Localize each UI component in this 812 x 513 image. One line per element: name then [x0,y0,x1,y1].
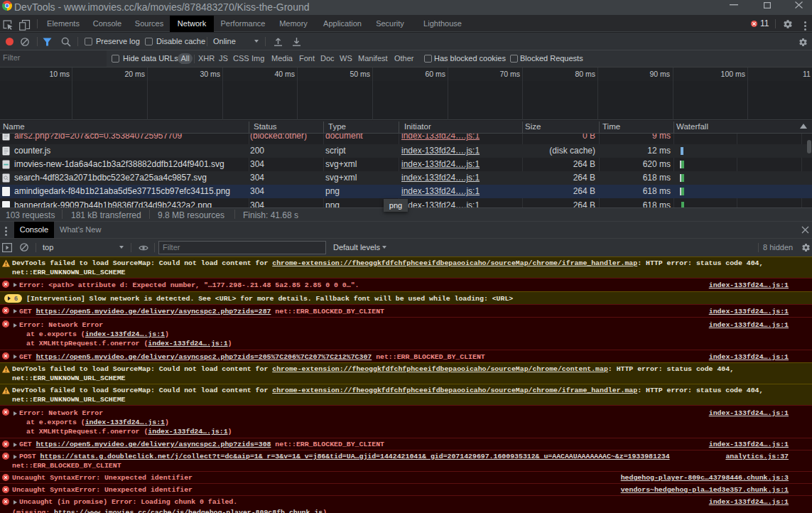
window-minimize-button[interactable] [730,4,738,6]
clear-network-log-icon[interactable] [21,38,29,46]
console-message-error[interactable]: GET https://open5.myvideo.ge/delivery/as… [0,350,812,362]
drawer-tab-console[interactable]: Console [14,222,54,238]
console-link[interactable]: https://www.imovies.cc/cache/js/hedgehog… [54,509,323,513]
repeat-count-badge[interactable]: 6 [4,294,22,303]
initiator-link[interactable]: index-133fd24….js:1 [401,199,480,207]
network-overview-timeline[interactable]: 10 ms 20 ms 30 ms 40 ms 50 ms 60 ms 70 m… [0,68,812,120]
filter-pill-xhr[interactable]: XHR [198,53,215,64]
console-message-warning[interactable]: DevTools failed to load SourceMap: Could… [0,256,812,278]
console-link[interactable]: index-133fd24….js:1 [148,340,227,347]
column-header-initiator[interactable]: Initiator [404,122,431,131]
console-link[interactable]: index-133fd24….js:1 [85,418,165,426]
console-message-intervention[interactable]: 6 [Intervention] Slow network is detecte… [0,291,812,304]
tab-security[interactable]: Security [372,16,408,31]
table-row[interactable]: airs2.php?zid=207&cb=0.353840725957709 (… [0,134,812,143]
column-header-name[interactable]: Name [3,122,25,131]
console-source-link[interactable]: index-133fd24….js:1 [709,307,789,316]
throttling-select[interactable]: Online [213,37,236,45]
initiator-link[interactable]: index-133fd24….js:1 [401,185,480,198]
console-link[interactable]: https://open5.myvideo.ge/delivery/asyncs… [36,353,372,361]
initiator-link[interactable]: index-133fd24….js:1 [401,158,480,171]
tab-memory[interactable]: Memory [276,16,311,31]
drawer-tab-whats-new[interactable]: What's New [60,222,101,238]
filter-pill-ws[interactable]: WS [340,53,352,64]
console-link[interactable]: https://stats.g.doubleclick.net/j/collec… [40,453,670,460]
blocked-requests-checkbox[interactable] [510,55,518,63]
filter-pill-other[interactable]: Other [394,53,414,64]
filter-pill-img[interactable]: Img [251,53,264,64]
tab-application[interactable]: Application [319,16,366,31]
console-link[interactable]: chrome-extension://fheoggkfdfchfphceeifd… [272,259,637,267]
expand-arrow-icon[interactable] [13,323,17,328]
console-source-link[interactable]: index-133fd24….js:1 [709,281,789,290]
disable-cache-label[interactable]: Disable cache [156,37,205,45]
console-link[interactable]: https://open5.myvideo.ge/delivery/asyncs… [36,308,271,315]
expand-arrow-icon[interactable] [13,309,17,313]
drawer-kebab-icon[interactable] [5,225,7,237]
eye-icon[interactable] [139,244,148,252]
table-row[interactable]: imovies-new-1da6a4ac1b3a2f38882ddfb12d4f… [0,158,812,171]
initiator-link[interactable]: index-133fd24….js:1 [401,171,480,185]
window-maximize-button[interactable] [764,2,771,9]
export-har-icon[interactable] [292,38,301,46]
network-settings-gear-icon[interactable] [799,38,808,47]
console-message-error[interactable]: Error: <path> attribute d: Expected numb… [0,278,812,291]
filter-pill-doc[interactable]: Doc [320,53,335,64]
hide-data-urls-checkbox[interactable] [112,55,119,63]
console-sidebar-toggle-icon[interactable] [2,243,12,252]
initiator-link[interactable]: index-133fd24….js:1 [401,144,480,158]
console-link[interactable]: chrome-extension://fheoggkfdfchfphceeifd… [272,387,637,394]
tab-performance[interactable]: Performance [217,16,269,31]
hide-data-urls-label[interactable]: Hide data URLs [123,54,178,63]
console-link[interactable]: chrome-extension://fheoggkfdfchfphceeifd… [272,365,608,373]
console-message-error[interactable]: GET https://open5.myvideo.ge/delivery/as… [0,304,812,317]
console-source-link[interactable]: index-133fd24….js:1 [709,497,789,507]
more-options-kebab-icon[interactable] [804,20,806,32]
record-button[interactable] [6,38,13,45]
console-source-link[interactable]: index-133fd24….js:1 [709,409,789,418]
filter-pill-media[interactable]: Media [271,53,293,64]
filter-toggle-icon[interactable] [43,38,52,46]
console-message-error[interactable]: GET https://open5.myvideo.ge/delivery/as… [0,438,812,450]
table-row[interactable]: counter.js 200 script index-133fd24….js:… [0,144,812,158]
column-header-time[interactable]: Time [602,122,620,131]
import-har-icon[interactable] [274,38,283,46]
expand-arrow-icon[interactable] [13,500,17,504]
disable-cache-checkbox[interactable] [145,38,153,45]
has-blocked-cookies-checkbox[interactable] [424,55,432,63]
console-message-error[interactable]: Error: Network Error at e.exports (index… [0,317,812,350]
console-message-error[interactable]: POST https://stats.g.doubleclick.net/j/c… [0,450,812,471]
filter-pill-font[interactable]: Font [299,53,315,64]
device-toolbar-icon[interactable] [19,20,31,31]
expand-arrow-icon[interactable] [13,411,17,416]
has-blocked-cookies-label[interactable]: Has blocked cookies [434,54,506,63]
preserve-log-label[interactable]: Preserve log [96,37,140,45]
expand-arrow-icon[interactable] [13,283,17,287]
console-source-link[interactable]: analytics.js:37 [725,452,789,461]
console-settings-gear-icon[interactable] [801,243,811,252]
tab-lighthouse[interactable]: Lighthouse [419,16,466,31]
hidden-messages-count[interactable]: 8 hidden [763,243,793,252]
console-filter-input[interactable] [158,241,326,254]
tab-sources[interactable]: Sources [132,16,166,31]
console-message-error[interactable]: Uncaught SyntaxError: Unexpected identif… [0,483,812,495]
expand-arrow-icon[interactable] [13,355,17,359]
tab-console[interactable]: Console [89,16,126,31]
preserve-log-checkbox[interactable] [85,38,92,45]
filter-pill-js[interactable]: JS [219,53,228,64]
console-source-link[interactable]: index-133fd24….js:1 [709,352,789,362]
blocked-requests-label[interactable]: Blocked Requests [520,54,583,63]
expand-arrow-icon[interactable] [13,455,17,459]
inspect-element-icon[interactable] [3,20,13,31]
table-row[interactable]: search-4df823a2071bdbc523e27a25aa4c9857.… [0,171,812,185]
console-source-link[interactable]: index-133fd24….js:1 [709,440,789,449]
filter-pill-manifest[interactable]: Manifest [358,53,388,64]
console-message-warning[interactable]: DevTools failed to load SourceMap: Could… [0,362,812,384]
drawer-close-icon[interactable] [801,226,809,234]
console-link[interactable]: https://open5.myvideo.ge/delivery/asyncs… [36,441,271,448]
settings-gear-icon[interactable] [783,19,793,29]
column-header-waterfall[interactable]: Waterfall [676,122,708,131]
console-source-link[interactable]: hedgehog-player-809c…43798446.chunk.js:3 [621,473,789,482]
clear-console-icon[interactable] [20,243,28,252]
console-message-error[interactable]: Uncaught (in promise) Error: Loading chu… [0,495,812,513]
